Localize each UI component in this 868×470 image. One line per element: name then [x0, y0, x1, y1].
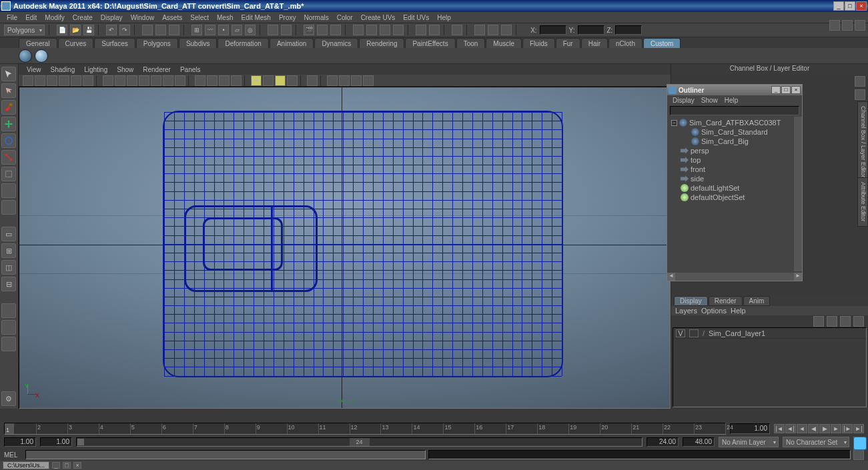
two-pane-side-layout[interactable]: ◫ — [1, 260, 16, 275]
layer-move-down-icon[interactable] — [827, 316, 837, 327]
history-icon[interactable] — [281, 25, 292, 35]
shelf-tab-fur[interactable]: Fur — [556, 38, 580, 48]
outliner-item-front[interactable]: front — [669, 165, 801, 174]
menu-create-uvs[interactable]: Create UVs — [357, 13, 400, 22]
toolbar-icon-c[interactable] — [380, 25, 390, 35]
range-bar[interactable]: 24 — [76, 437, 642, 447]
step-back-button[interactable]: ◄ — [797, 424, 807, 433]
show-manipulator-tool[interactable] — [1, 200, 16, 215]
shelf-tab-toon[interactable]: Toon — [456, 38, 486, 48]
snap-curve-icon[interactable]: 〰 — [205, 25, 215, 35]
play-forward-button[interactable]: ▶ — [819, 424, 830, 433]
light-icon-3[interactable] — [275, 75, 286, 86]
go-to-end-button[interactable]: ►| — [853, 424, 864, 433]
channel-icon-1[interactable] — [855, 76, 865, 87]
layer-move-up-icon[interactable] — [813, 316, 824, 327]
rotate-tool[interactable] — [1, 133, 16, 148]
range-end-outer[interactable]: 48.00 — [683, 437, 715, 447]
history-off-icon[interactable] — [268, 25, 278, 35]
menu-window[interactable]: Window — [127, 13, 159, 22]
outliner-tree[interactable]: −Sim_Card_ATFBXASC038TSim_Card_StandardS… — [667, 117, 802, 281]
panel-tool-04[interactable] — [59, 75, 69, 86]
panel-tool-07[interactable] — [103, 75, 113, 86]
anim-layer-dropdown[interactable]: No Anim Layer — [719, 437, 779, 447]
panel-tool-10[interactable] — [139, 75, 149, 86]
toolbar-icon-d[interactable] — [393, 25, 404, 35]
outliner-menu-display[interactable]: Display — [670, 97, 697, 104]
scroll-right-icon[interactable]: ► — [794, 273, 802, 281]
layer-menu-options[interactable]: Options — [701, 307, 727, 315]
current-time-field[interactable]: 1.00 — [730, 423, 770, 434]
outliner-window[interactable]: Outliner _ □ × DisplayShowHelp −Sim_Card… — [667, 84, 803, 281]
module-selector[interactable]: Polygons — [4, 25, 45, 35]
toolbar-icon-h[interactable] — [474, 25, 485, 35]
panel-tool-12[interactable] — [163, 75, 173, 86]
layer-new-selected-icon[interactable] — [853, 316, 864, 327]
panel-tool-11[interactable] — [151, 75, 161, 86]
toolbar-icon-b[interactable] — [366, 25, 377, 35]
outliner-menu-show[interactable]: Show — [699, 97, 721, 104]
panel-tool-02[interactable] — [35, 75, 45, 86]
panel-tool-05[interactable] — [71, 75, 81, 86]
menu-edit[interactable]: Edit — [21, 13, 41, 22]
perspective-viewport[interactable]: persp Y X — [19, 87, 671, 409]
taskbar-item[interactable]: C:\Users\Us... — [3, 461, 49, 469]
light-icon-4[interactable] — [287, 75, 298, 86]
ipr-render-icon[interactable] — [317, 25, 328, 35]
range-start-outer[interactable]: 1.00 — [4, 437, 36, 447]
light-icon-2[interactable] — [263, 75, 274, 86]
panel-tool-16[interactable] — [219, 75, 230, 86]
taskbar-min-icon[interactable]: _ — [52, 462, 60, 469]
range-handle-left[interactable] — [77, 439, 84, 445]
snap-live-icon[interactable]: ◎ — [245, 25, 256, 35]
panel-menu-view[interactable]: View — [23, 65, 45, 74]
render-frame-icon[interactable]: 🎬 — [304, 25, 314, 35]
shelf-tab-general[interactable]: General — [19, 38, 57, 48]
outliner-item-top[interactable]: top — [669, 155, 801, 165]
shelf-tab-custom[interactable]: Custom — [643, 38, 681, 48]
render-settings-icon[interactable] — [330, 25, 341, 35]
layer-row[interactable]: V / Sim_Card_layer1 — [673, 328, 866, 339]
expand-toggle[interactable]: − — [671, 120, 677, 126]
layout-preset-b[interactable] — [1, 320, 16, 335]
universal-manipulator-tool[interactable] — [1, 167, 16, 181]
toolbar-icon-e[interactable] — [416, 25, 426, 35]
paint-select-tool[interactable] — [1, 100, 16, 115]
select-by-object-icon[interactable] — [155, 25, 166, 35]
panel-tool-14[interactable] — [195, 75, 205, 86]
scale-tool[interactable] — [1, 150, 16, 165]
step-back-key-button[interactable]: ◄| — [785, 424, 796, 433]
menu-modify[interactable]: Modify — [41, 13, 68, 22]
channel-icon-2[interactable] — [855, 89, 865, 100]
layer-menu-layers[interactable]: Layers — [675, 307, 697, 315]
taskbar-close-icon[interactable]: × — [73, 462, 81, 469]
outliner-close-button[interactable]: × — [791, 86, 801, 94]
panel-tool-03[interactable] — [47, 75, 57, 86]
shelf-button-1[interactable] — [19, 49, 32, 63]
go-to-start-button[interactable]: |◄ — [774, 424, 785, 433]
select-tool[interactable] — [1, 67, 16, 81]
step-forward-button[interactable]: ► — [831, 424, 841, 433]
shelf-tab-animation[interactable]: Animation — [270, 38, 314, 48]
light-icon[interactable]: ☀ — [251, 75, 262, 86]
layer-visibility-toggle[interactable]: V — [676, 329, 685, 337]
scroll-left-icon[interactable]: ◄ — [667, 273, 675, 281]
outliner-hscrollbar[interactable]: ◄ ► — [667, 273, 802, 281]
panel-tool-20[interactable] — [351, 75, 362, 86]
shelf-button-2[interactable] — [35, 49, 48, 63]
menu-normals[interactable]: Normals — [300, 13, 333, 22]
select-by-hierarchy-icon[interactable] — [142, 25, 153, 35]
play-back-button[interactable]: ◀ — [808, 424, 819, 433]
snap-point-icon[interactable]: • — [218, 25, 229, 35]
menu-select[interactable]: Select — [186, 13, 213, 22]
coord-z-input[interactable] — [615, 25, 642, 35]
toolbar-icon-g[interactable] — [452, 25, 462, 35]
side-tab-channelbox[interactable]: Channel Box / Layer Editor — [857, 101, 868, 183]
script-editor-button[interactable] — [853, 449, 864, 460]
panel-tool-15[interactable] — [207, 75, 218, 86]
shelf-tab-dynamics[interactable]: Dynamics — [314, 38, 358, 48]
menu-mesh[interactable]: Mesh — [213, 13, 237, 22]
panel-tool-13[interactable] — [175, 75, 185, 86]
menu-color[interactable]: Color — [333, 13, 357, 22]
panel-menu-show[interactable]: Show — [113, 65, 137, 74]
